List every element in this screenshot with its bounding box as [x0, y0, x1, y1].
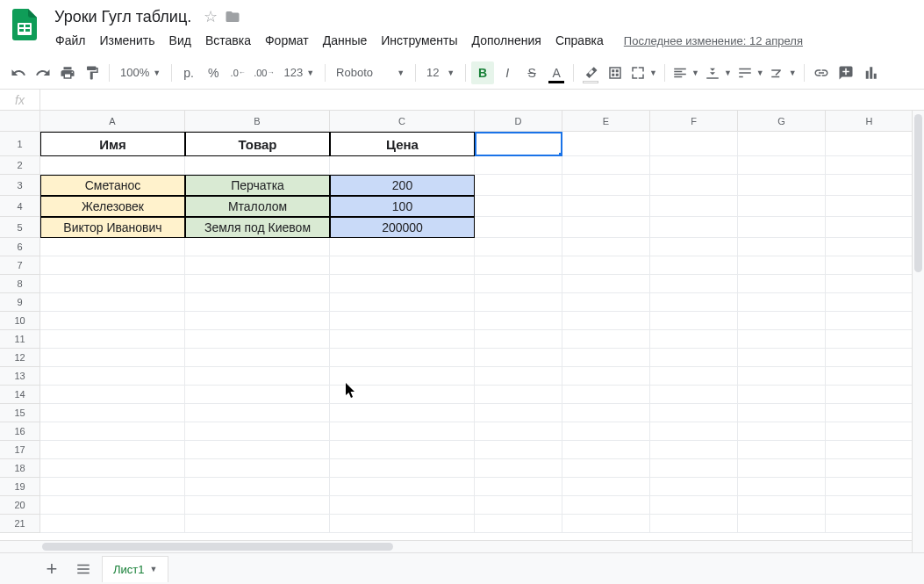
cell[interactable] — [330, 156, 475, 175]
cell[interactable] — [738, 256, 826, 275]
font-size-select[interactable]: 12▼ — [421, 61, 460, 84]
cell[interactable] — [738, 275, 826, 293]
cell[interactable] — [738, 515, 826, 533]
cell[interactable] — [826, 156, 913, 175]
star-icon[interactable]: ☆ — [204, 7, 218, 26]
cell[interactable] — [562, 441, 650, 459]
cell[interactable] — [475, 515, 562, 533]
cell[interactable] — [738, 156, 826, 175]
row-header[interactable]: 9 — [0, 293, 40, 312]
cell[interactable] — [475, 312, 562, 330]
cell[interactable] — [738, 367, 826, 386]
cell[interactable] — [185, 496, 330, 515]
menu-help[interactable]: Справка — [549, 30, 610, 51]
halign-button[interactable]: ▼ — [670, 61, 701, 84]
cell[interactable] — [738, 217, 826, 238]
cell[interactable] — [475, 386, 562, 404]
number-format-select[interactable]: 123▼ — [278, 61, 319, 84]
cell[interactable] — [475, 422, 562, 441]
cell[interactable] — [650, 238, 738, 256]
column-header[interactable]: E — [562, 111, 650, 132]
cell[interactable] — [330, 238, 475, 256]
cell[interactable] — [562, 422, 650, 441]
merge-button[interactable]: ▼ — [628, 61, 659, 84]
cell[interactable] — [330, 459, 475, 478]
cell[interactable] — [562, 196, 650, 217]
cell[interactable] — [185, 238, 330, 256]
currency-button[interactable]: р. — [177, 61, 200, 84]
cell[interactable] — [475, 459, 562, 478]
cell[interactable] — [562, 238, 650, 256]
cell[interactable] — [738, 293, 826, 312]
cell[interactable] — [330, 293, 475, 312]
cell[interactable] — [826, 275, 913, 293]
cell[interactable] — [738, 196, 826, 217]
row-header[interactable]: 12 — [0, 349, 40, 367]
menu-data[interactable]: Данные — [317, 30, 374, 51]
redo-button[interactable] — [32, 61, 54, 84]
cell[interactable] — [650, 496, 738, 515]
italic-button[interactable]: I — [496, 61, 519, 84]
cell[interactable] — [475, 330, 562, 349]
cell[interactable] — [826, 422, 913, 441]
cell[interactable] — [826, 256, 913, 275]
cell[interactable] — [40, 386, 185, 404]
cell[interactable] — [562, 275, 650, 293]
paint-format-button[interactable] — [81, 61, 104, 84]
cell[interactable] — [40, 256, 185, 275]
cell[interactable] — [562, 217, 650, 238]
cell[interactable] — [738, 132, 826, 156]
wrap-button[interactable]: ▼ — [735, 61, 766, 84]
cell[interactable]: 100 — [330, 196, 475, 217]
cell[interactable] — [826, 312, 913, 330]
cell[interactable] — [562, 367, 650, 386]
row-header[interactable]: 1 — [0, 132, 40, 156]
cell[interactable] — [738, 496, 826, 515]
cell[interactable] — [330, 478, 475, 496]
scrollbar-thumb[interactable] — [42, 543, 393, 551]
cell[interactable] — [562, 459, 650, 478]
cell[interactable] — [562, 175, 650, 196]
cell[interactable] — [650, 275, 738, 293]
cell[interactable] — [826, 293, 913, 312]
cell[interactable] — [330, 312, 475, 330]
row-header[interactable]: 8 — [0, 275, 40, 293]
cell[interactable] — [185, 404, 330, 422]
cell[interactable] — [650, 175, 738, 196]
add-sheet-button[interactable]: + — [39, 556, 65, 582]
cell[interactable] — [185, 156, 330, 175]
cell[interactable] — [650, 293, 738, 312]
cell[interactable] — [826, 404, 913, 422]
link-button[interactable] — [810, 61, 833, 84]
row-header[interactable]: 10 — [0, 312, 40, 330]
cell[interactable] — [826, 349, 913, 367]
row-header[interactable]: 4 — [0, 196, 40, 217]
menu-edit[interactable]: Изменить — [93, 30, 161, 51]
cell[interactable] — [475, 367, 562, 386]
cell[interactable] — [738, 478, 826, 496]
cell[interactable]: 200 — [330, 175, 475, 196]
cell[interactable] — [40, 515, 185, 533]
column-header[interactable]: B — [185, 111, 330, 132]
cell[interactable] — [330, 422, 475, 441]
cell[interactable] — [330, 275, 475, 293]
menu-file[interactable]: Файл — [49, 30, 91, 51]
cell[interactable] — [650, 386, 738, 404]
row-header[interactable]: 3 — [0, 175, 40, 196]
cell[interactable] — [330, 496, 475, 515]
cell[interactable]: Перчатка — [185, 175, 330, 196]
row-header[interactable]: 5 — [0, 217, 40, 238]
sheets-logo[interactable] — [7, 7, 42, 42]
cell[interactable] — [738, 441, 826, 459]
strikethrough-button[interactable]: S — [520, 61, 543, 84]
cell[interactable] — [40, 367, 185, 386]
cell[interactable] — [650, 404, 738, 422]
cell[interactable] — [40, 441, 185, 459]
cell[interactable] — [475, 132, 562, 156]
sheet-tab[interactable]: Лист1▼ — [102, 556, 168, 582]
dec-increase-button[interactable]: .00→ — [251, 61, 276, 84]
cell[interactable] — [738, 404, 826, 422]
row-header[interactable]: 14 — [0, 386, 40, 404]
text-color-button[interactable]: A — [545, 61, 568, 84]
cell[interactable] — [185, 441, 330, 459]
